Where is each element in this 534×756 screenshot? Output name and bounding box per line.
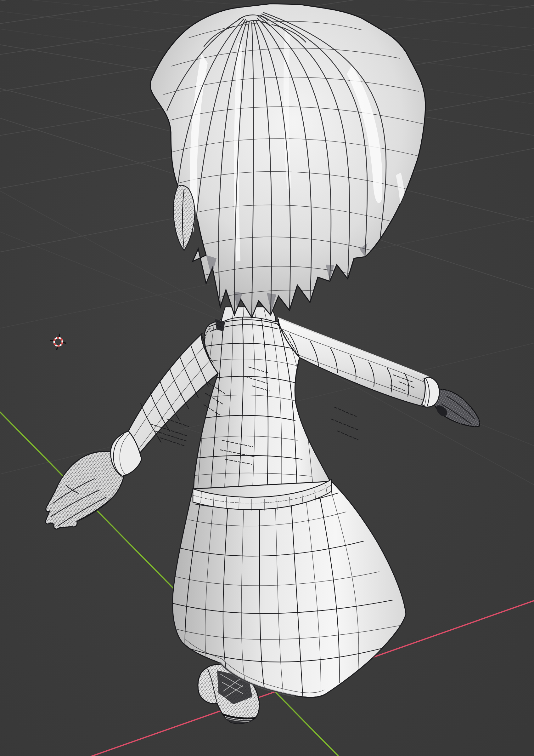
blender-3d-viewport[interactable] xyxy=(0,0,534,756)
